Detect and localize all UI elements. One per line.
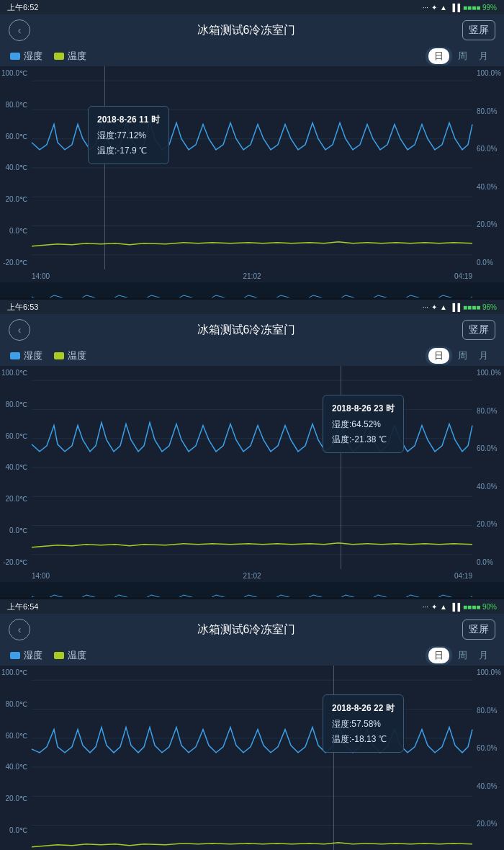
legend-temperature-3: 温度 (54, 649, 86, 662)
panel-1: ‹ 冰箱测试6冷冻室门 竖屏 湿度 温度 日 周 月 100.0℃ 80.0℃ … (0, 14, 504, 298)
bluetooth-icon-2: ✦ (431, 303, 437, 311)
mini-svg-2 (0, 582, 504, 597)
svg-rect-15 (0, 582, 504, 597)
toggle-pill-1: 日 (426, 47, 452, 66)
x-label-mid-2: 21:02 (243, 572, 261, 580)
legend-humidity-3: 湿度 (10, 649, 42, 662)
chart-area-1[interactable]: 100.0℃ 80.0℃ 60.0℃ 40.0℃ 20.0℃ 0.0℃ -20.… (0, 66, 504, 269)
signal-dots: ··· (423, 4, 428, 12)
bluetooth-icon-3: ✦ (431, 603, 437, 611)
temperature-label-3: 温度 (68, 649, 86, 662)
mini-chart-1 (0, 282, 504, 298)
humidity-label-1: 湿度 (24, 50, 42, 63)
wifi-icon-3: ▲ (440, 603, 447, 611)
humidity-color-1 (10, 53, 20, 60)
back-button-1[interactable]: ‹ (9, 19, 30, 41)
vertical-button-3[interactable]: 竖屏 (462, 619, 495, 640)
period-toggle-2: 日 周 月 (426, 346, 494, 365)
temperature-color-1 (54, 53, 64, 60)
chart-svg-1 (0, 66, 504, 269)
humidity-color-2 (10, 352, 20, 359)
status-time-3: 上午6:54 (7, 601, 38, 612)
panel-title-1: 冰箱测试6冷冻室门 (197, 23, 296, 38)
panel-3: ‹ 冰箱测试6冷冻室门 竖屏 湿度 温度 日 周 月 100.0℃ 80.0℃ … (0, 614, 504, 850)
status-time-1: 上午6:52 (7, 2, 38, 13)
chart-svg-3 (0, 666, 504, 850)
x-label-end-1: 04:19 (454, 272, 472, 280)
wifi-icon-2: ▲ (440, 303, 447, 311)
temperature-color-2 (54, 352, 64, 359)
wifi-icon: ▲ (440, 4, 447, 12)
signal-dots-3: ··· (423, 603, 428, 611)
period-month-3[interactable]: 月 (473, 648, 494, 663)
legend-temperature-1: 温度 (54, 50, 86, 63)
svg-rect-7 (0, 282, 504, 298)
chart-area-2[interactable]: 100.0℃ 80.0℃ 60.0℃ 40.0℃ 20.0℃ 0.0℃ -20.… (0, 366, 504, 569)
panel-header-3: ‹ 冰箱测试6冷冻室门 竖屏 (0, 614, 504, 645)
chart-svg-2 (0, 366, 504, 569)
humidity-label-3: 湿度 (24, 649, 42, 662)
humidity-color-3 (10, 652, 20, 659)
temperature-color-3 (54, 652, 64, 659)
legend-temperature-2: 温度 (54, 349, 86, 362)
period-day-1[interactable]: 日 (428, 48, 449, 64)
status-icons-1: ··· ✦ ▲ ▐▐ ■■■■ 99% (423, 4, 497, 12)
signal-icon-2: ▐▐ (450, 303, 460, 311)
status-time-2: 上午6:53 (7, 302, 38, 313)
signal-icon: ▐▐ (450, 4, 460, 12)
signal-icon-3: ▐▐ (450, 603, 460, 611)
vertical-button-2[interactable]: 竖屏 (462, 320, 495, 340)
battery-label: ■■■■ 99% (463, 4, 497, 12)
mini-svg-1 (0, 282, 504, 298)
period-day-2[interactable]: 日 (428, 348, 449, 364)
legend-row-1: 湿度 温度 日 周 月 (0, 46, 504, 66)
battery-label-3: ■■■■ 90% (463, 603, 497, 611)
period-week-3[interactable]: 周 (452, 648, 473, 663)
humidity-label-2: 湿度 (24, 349, 42, 362)
panel-title-3: 冰箱测试6冷冻室门 (197, 622, 296, 638)
period-week-2[interactable]: 周 (452, 348, 473, 364)
temperature-label-1: 温度 (68, 50, 86, 63)
mini-chart-2 (0, 582, 504, 597)
status-icons-2: ··· ✦ ▲ ▐▐ ■■■■ 96% (423, 303, 497, 311)
period-week-1[interactable]: 周 (452, 48, 473, 64)
back-button-2[interactable]: ‹ (9, 319, 30, 341)
x-labels-1: 14:00 21:02 04:19 (0, 269, 504, 282)
x-label-start-1: 14:00 (32, 272, 50, 280)
period-toggle-1: 日 周 月 (426, 47, 494, 66)
period-toggle-3: 日 周 月 (426, 646, 494, 665)
x-label-start-2: 14:00 (32, 572, 50, 580)
panel-2: ‹ 冰箱测试6冷冻室门 竖屏 湿度 温度 日 周 月 100.0℃ 80.0℃ … (0, 314, 504, 597)
toggle-pill-2: 日 (426, 346, 452, 365)
chart-area-3[interactable]: 100.0℃ 80.0℃ 60.0℃ 40.0℃ 20.0℃ 0.0℃ -20.… (0, 666, 504, 850)
toggle-pill-3: 日 (426, 646, 452, 665)
period-month-1[interactable]: 月 (473, 48, 494, 64)
status-bar-3: 上午6:54 ··· ✦ ▲ ▐▐ ■■■■ 90% (0, 599, 504, 614)
period-day-3[interactable]: 日 (428, 648, 449, 663)
panel-header-1: ‹ 冰箱测试6冷冻室门 竖屏 (0, 14, 504, 46)
battery-label-2: ■■■■ 96% (463, 303, 497, 311)
legend-row-2: 湿度 温度 日 周 月 (0, 346, 504, 366)
period-month-2[interactable]: 月 (473, 348, 494, 364)
vertical-button-1[interactable]: 竖屏 (462, 20, 495, 40)
back-button-3[interactable]: ‹ (9, 619, 30, 640)
signal-dots-2: ··· (423, 303, 428, 311)
temperature-label-2: 温度 (68, 349, 86, 362)
legend-row-3: 湿度 温度 日 周 月 (0, 645, 504, 666)
status-icons-3: ··· ✦ ▲ ▐▐ ■■■■ 90% (423, 603, 497, 611)
x-label-end-2: 04:19 (454, 572, 472, 580)
x-label-mid-1: 21:02 (243, 272, 261, 280)
legend-humidity-2: 湿度 (10, 349, 42, 362)
status-bar-1: 上午6:52 ··· ✦ ▲ ▐▐ ■■■■ 99% (0, 0, 504, 14)
bluetooth-icon: ✦ (431, 4, 437, 12)
status-bar-2: 上午6:53 ··· ✦ ▲ ▐▐ ■■■■ 96% (0, 300, 504, 314)
legend-humidity-1: 湿度 (10, 50, 42, 63)
panel-header-2: ‹ 冰箱测试6冷冻室门 竖屏 (0, 314, 504, 346)
panel-title-2: 冰箱测试6冷冻室门 (197, 323, 296, 338)
x-labels-2: 14:00 21:02 04:19 (0, 569, 504, 582)
